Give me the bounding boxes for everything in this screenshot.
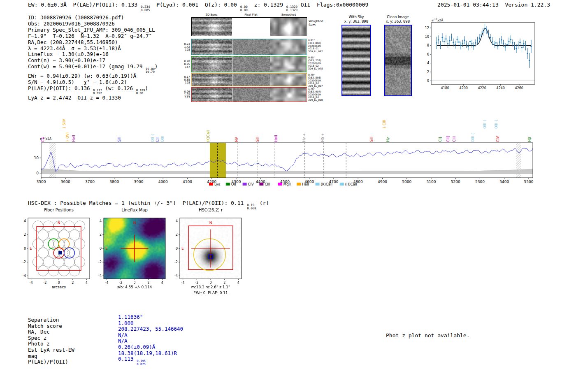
y-tick-label: 0 bbox=[36, 171, 39, 175]
fiber-cutout-row bbox=[191, 87, 307, 102]
text-segment: 18.38(18.19,18.61)R bbox=[118, 350, 177, 356]
data-point bbox=[525, 45, 526, 46]
legend-swatch bbox=[226, 183, 230, 186]
lineflux-sb-caption: s/b: 4.55 +/- 0.114 bbox=[92, 285, 177, 289]
fiber-weight-labels: 0.231.42128 bbox=[181, 39, 190, 55]
y-tick-label: 2 bbox=[427, 70, 429, 74]
match-table-value: N/A bbox=[118, 332, 128, 338]
info-line-cont-n: Cont(n) = 3.90(±0.10)e-17 bbox=[28, 58, 158, 64]
y-tick-label: -2 bbox=[23, 260, 26, 264]
east-label: E bbox=[30, 246, 32, 251]
data-point bbox=[519, 42, 520, 43]
line-fit-plot-svg: 41804200422042404260024681012e-17x2Å bbox=[420, 16, 543, 93]
data-point bbox=[467, 46, 469, 47]
info-line-primary-spec: Primary Spec_Slot_IFU_AMP: 309_046_005_L… bbox=[28, 27, 158, 33]
sup-sub-fraction: 0.2340.085 bbox=[141, 5, 150, 12]
text-segment: Obs: 20200619v016_3008870926 bbox=[28, 21, 115, 27]
match-table-value: 1.000 bbox=[118, 320, 134, 326]
y-tick-label: 12 bbox=[425, 26, 429, 30]
legend-swatch bbox=[340, 183, 344, 186]
data-point bbox=[447, 43, 448, 44]
data-point bbox=[436, 42, 437, 44]
y-tick-label: 2 bbox=[176, 233, 178, 237]
data-point bbox=[508, 41, 509, 42]
info-line-ewr: EWr = 0.94(±0.29) (w: 0.63(±0.19))Å bbox=[28, 73, 158, 79]
x-tick-label: -2 bbox=[195, 281, 198, 285]
data-point bbox=[456, 39, 458, 40]
north-label: N bbox=[133, 221, 136, 225]
data-point bbox=[469, 41, 471, 42]
data-point bbox=[444, 41, 445, 42]
data-point bbox=[482, 31, 483, 32]
summary-stats-line: EW: 0.6±0.3Å P(LAE)/P(OII): 0.133 0.2340… bbox=[28, 2, 368, 12]
text-segment: EW: 0.6±0.3Å P(LAE)/P(OII): 0.133 bbox=[28, 2, 141, 8]
data-point bbox=[527, 53, 528, 54]
x-tick-label: 4220 bbox=[478, 86, 486, 90]
y-tick-label: 2 bbox=[100, 233, 102, 237]
with-sky-image bbox=[342, 26, 370, 95]
fiber-circle bbox=[33, 239, 43, 249]
text-segment: P(Lyα): 0.001 Q(z): 0.00 bbox=[150, 2, 240, 8]
fiber-annotation: 0.95" (363, 733) 20200619 v016_02 309_LL… bbox=[308, 56, 323, 70]
fiber-circle bbox=[64, 221, 74, 231]
y-tick-label: 4 bbox=[427, 61, 429, 65]
line-fit-plot: 41804200422042404260024681012e-17x2Å bbox=[420, 16, 543, 94]
match-table-row: Separation1.11636" bbox=[28, 317, 183, 323]
with-sky-image-panel bbox=[341, 25, 371, 96]
full-spectrum-plot-svg: 3500360037003800390040004100420043004400… bbox=[25, 108, 555, 192]
emission-line-label: OIII bbox=[160, 136, 165, 142]
match-table-row: P(LAE)/P(OII)0.113 0.1950.075 bbox=[28, 359, 183, 365]
x-tick-label: -4 bbox=[181, 281, 185, 285]
fiber-smoothed-image bbox=[270, 39, 306, 55]
fiber-circle bbox=[74, 221, 85, 231]
emission-line-label: HeII bbox=[72, 135, 76, 142]
data-point bbox=[518, 44, 519, 46]
match-table-label: mag bbox=[28, 353, 118, 359]
cutout-col-title-pixelflat: Pixel Flat bbox=[232, 13, 269, 16]
y-tick-label: 8 bbox=[427, 44, 429, 47]
error-band bbox=[41, 168, 539, 174]
legend-swatch bbox=[259, 183, 263, 186]
hsc-ewr-caption: EWr: 0. PLAE: 0.11 bbox=[168, 291, 253, 295]
x-tick-label: 3600 bbox=[61, 180, 70, 184]
legend-label: CIV bbox=[248, 182, 254, 186]
y-tick-label: 4 bbox=[176, 219, 178, 223]
data-point bbox=[501, 39, 502, 40]
x-tick-label: 3800 bbox=[109, 180, 119, 184]
x-tick-label: -2 bbox=[43, 281, 46, 285]
info-line-seeing: F=1.9" T=0.126 N̄=1.32 A=0.92̄ g=24.7̄ bbox=[28, 33, 158, 39]
legend-swatch bbox=[243, 183, 247, 186]
x-tick-label: -2 bbox=[119, 281, 122, 285]
info-line-wavelength: λ = 4223.44Å σ = 3.53(±1.18)Å bbox=[28, 46, 158, 52]
x-tick-label: 5200 bbox=[451, 180, 460, 184]
emission-line-label: SiII bbox=[117, 137, 121, 142]
fiber-annotation: 0.81" (363, 898) 20200619 v016_01 309_LL… bbox=[308, 39, 323, 53]
data-point bbox=[512, 42, 513, 44]
text-segment: Cont(w) = 5.90(±0.01)e-17 (gmag 19.79 bbox=[28, 63, 146, 70]
fiber-2dspec-image bbox=[192, 39, 232, 55]
hsc-mag-caption: m:18.3 re:2.6" s:1.1" bbox=[168, 285, 253, 289]
weighted-sum-cutout-row bbox=[191, 17, 307, 36]
data-point bbox=[440, 44, 441, 46]
fiber-2dspec-image bbox=[192, 74, 232, 86]
text-segment: N/A bbox=[118, 332, 128, 338]
info-line-radec: RA,Dec (208.227448,55.146950) bbox=[28, 39, 158, 46]
data-point bbox=[484, 28, 485, 29]
data-point bbox=[477, 40, 478, 41]
text-segment: 1.11636" bbox=[118, 314, 143, 320]
fiber-cutout-row bbox=[191, 56, 307, 72]
match-table-value: 1.11636" bbox=[118, 314, 143, 320]
legend-swatch bbox=[278, 183, 282, 186]
info-line-sn-chi2: S/N = 4.9(±0.5) χ² = 1.6(±0.2) bbox=[28, 79, 158, 86]
emission-line-label: NV bbox=[235, 137, 239, 142]
fiber-pixelflat-image bbox=[232, 74, 270, 86]
data-point bbox=[530, 46, 532, 47]
fiber-cutout-row bbox=[191, 39, 307, 55]
cutout-col-title-smoothed: Smoothed bbox=[270, 13, 307, 16]
y-tick-label: -4 bbox=[174, 274, 178, 278]
text-segment: z: 0.1329 bbox=[248, 2, 286, 8]
emission-line-label: SiII bbox=[255, 137, 260, 142]
data-point bbox=[455, 44, 456, 45]
spectrum-line bbox=[41, 147, 539, 172]
match-table-label: Photo z bbox=[28, 341, 118, 347]
